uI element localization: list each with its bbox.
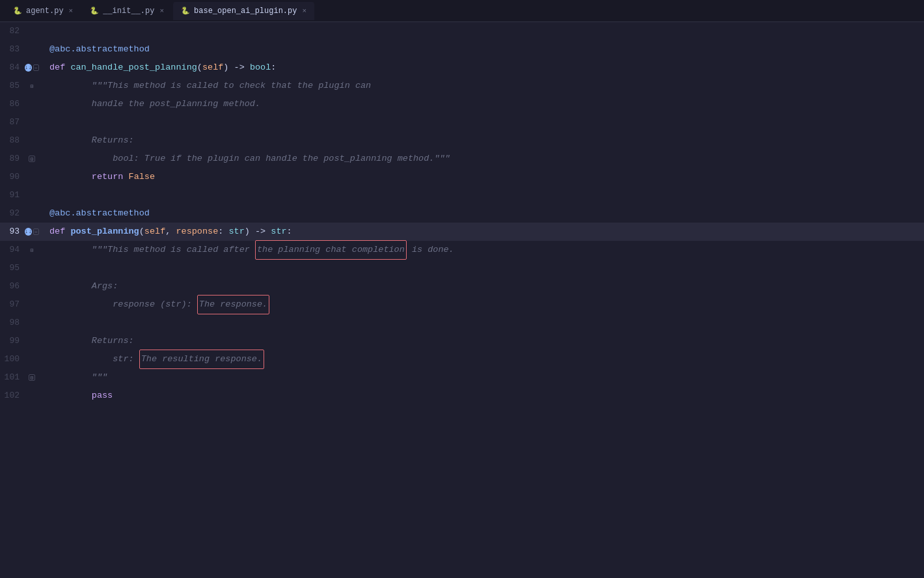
code-line-82 bbox=[39, 22, 924, 40]
str2-93: str bbox=[271, 223, 286, 241]
code-line-97: response (str): The response. bbox=[39, 296, 924, 314]
close-paren-84: ) bbox=[223, 59, 228, 77]
self-84: self bbox=[202, 59, 223, 77]
kw-pass-102: pass bbox=[92, 387, 113, 405]
response-arg-label-97: response (str): bbox=[113, 296, 197, 314]
decorator-at-83: @abc.abstractmethod bbox=[49, 40, 150, 59]
gutter-84: ↓ − bbox=[25, 64, 39, 72]
gutter-94: ⊟ bbox=[25, 247, 39, 253]
line-num-91: 91 bbox=[0, 186, 25, 204]
tab-close-agent[interactable]: × bbox=[69, 7, 74, 15]
line-gutter-93: 93 ↓ − bbox=[0, 223, 39, 241]
line-gutter-101: 101 ⊟ bbox=[0, 368, 39, 387]
docstring-94b: is done. bbox=[407, 241, 454, 259]
line-gutter-82: 82 bbox=[0, 22, 39, 40]
code-line-83: @abc.abstractmethod bbox=[39, 40, 924, 59]
line-num-86: 86 bbox=[0, 95, 25, 113]
breakpoint-93[interactable]: ↓ bbox=[25, 228, 32, 236]
indent-85 bbox=[49, 77, 92, 95]
line-num-94: 94 bbox=[0, 241, 25, 259]
code-line-93: def post_planning(self, response: str) -… bbox=[39, 223, 924, 241]
tab-init[interactable]: 🐍 __init__.py × bbox=[82, 2, 172, 20]
indent-86 bbox=[49, 95, 92, 113]
code-line-98 bbox=[39, 314, 924, 332]
code-line-87 bbox=[39, 113, 924, 131]
line-num-89: 89 bbox=[0, 150, 25, 168]
line-gutter-83: 83 bbox=[0, 40, 39, 59]
tab-base-openai[interactable]: 🐍 base_open_ai_plugin.py × bbox=[173, 2, 314, 20]
line-num-97: 97 bbox=[0, 296, 25, 314]
funcname-84: can_handle_post_planning bbox=[70, 59, 197, 77]
indent-90 bbox=[49, 168, 92, 186]
breakpoint-84[interactable]: ↓ bbox=[25, 64, 32, 72]
fold-icon-85[interactable]: ⊟ bbox=[29, 83, 35, 89]
indent-96 bbox=[49, 277, 92, 296]
code-line-91 bbox=[39, 186, 924, 204]
tab-close-init[interactable]: × bbox=[159, 7, 164, 15]
code-line-90: return False bbox=[39, 168, 924, 186]
colon2-93: : bbox=[218, 223, 228, 241]
line-gutter-94: 94 ⊟ bbox=[0, 241, 39, 259]
fold-icon-94[interactable]: ⊟ bbox=[29, 247, 35, 253]
code-line-84: def can_handle_post_planning(self) -> bo… bbox=[39, 59, 924, 77]
gutter-89: ⊟ bbox=[25, 156, 39, 162]
returns-label-99: Returns: bbox=[92, 332, 134, 350]
colon-84: : bbox=[271, 59, 276, 77]
line-num-95: 95 bbox=[0, 259, 25, 277]
line-gutter-90: 90 bbox=[0, 168, 39, 186]
tab-label-init: __init__.py bbox=[103, 7, 154, 16]
tab-agent[interactable]: 🐍 agent.py × bbox=[5, 2, 81, 20]
decorator-at-92: @abc.abstractmethod bbox=[49, 204, 150, 223]
code-line-85: """This method is called to check that t… bbox=[39, 77, 924, 95]
line-gutter-100: 100 bbox=[0, 350, 39, 368]
fold-icon-93[interactable]: − bbox=[33, 228, 39, 235]
response-highlight-97: The response. bbox=[197, 295, 269, 314]
line-num-84: 84 bbox=[0, 59, 25, 77]
line-gutter-92: 92 bbox=[0, 204, 39, 223]
tab-icon-base-openai: 🐍 bbox=[181, 7, 190, 15]
fold-icon-101[interactable]: ⊟ bbox=[29, 374, 35, 381]
line-gutter-96: 96 bbox=[0, 277, 39, 296]
line-num-88: 88 bbox=[0, 131, 25, 150]
editor-window: 🐍 agent.py × 🐍 __init__.py × 🐍 base_open… bbox=[0, 0, 924, 578]
docstring-highlight-94: the planning chat completion bbox=[255, 240, 407, 260]
indent-99 bbox=[49, 332, 92, 350]
bool-84: bool bbox=[250, 59, 271, 77]
code-line-96: Args: bbox=[39, 277, 924, 296]
args-label-96: Args: bbox=[92, 277, 118, 296]
line-num-98: 98 bbox=[0, 314, 25, 332]
line-gutter-88: 88 bbox=[0, 131, 39, 150]
line-numbers-gutter: 82 83 84 ↓ − 85 ⊟ bbox=[0, 22, 39, 578]
code-line-101: """ bbox=[39, 368, 924, 387]
arrow-93: -> bbox=[250, 223, 271, 241]
line-num-101: 101 bbox=[0, 368, 25, 387]
line-num-93: 93 bbox=[0, 223, 25, 241]
line-num-99: 99 bbox=[0, 332, 25, 350]
code-content[interactable]: @abc.abstractmethod def can_handle_post_… bbox=[39, 22, 924, 578]
line-gutter-84: 84 ↓ − bbox=[0, 59, 39, 77]
tab-close-base-openai[interactable]: × bbox=[302, 7, 306, 15]
paren-93: ( bbox=[139, 223, 144, 241]
line-num-87: 87 bbox=[0, 113, 25, 131]
line-gutter-85: 85 ⊟ bbox=[0, 77, 39, 95]
line-gutter-86: 86 bbox=[0, 95, 39, 113]
gutter-85: ⊟ bbox=[25, 83, 39, 89]
param-93: response bbox=[176, 223, 218, 241]
code-line-95 bbox=[39, 259, 924, 277]
code-line-94: """This method is called after the plann… bbox=[39, 241, 924, 259]
line-num-100: 100 bbox=[0, 350, 25, 368]
line-num-96: 96 bbox=[0, 277, 25, 296]
code-line-86: handle the post_planning method. bbox=[39, 95, 924, 113]
fold-icon-89[interactable]: ⊟ bbox=[29, 156, 35, 162]
line-gutter-97: 97 bbox=[0, 296, 39, 314]
kw-def-93: def bbox=[49, 223, 70, 241]
gutter-93: ↓ − bbox=[25, 228, 39, 236]
colon-93: : bbox=[287, 223, 292, 241]
self-93: self bbox=[144, 223, 165, 241]
line-gutter-95: 95 bbox=[0, 259, 39, 277]
code-line-102: pass bbox=[39, 387, 924, 405]
arrow-84: -> bbox=[228, 59, 249, 77]
line-gutter-89: 89 ⊟ bbox=[0, 150, 39, 168]
indent-88 bbox=[49, 131, 92, 150]
fold-icon-84[interactable]: − bbox=[33, 64, 39, 71]
